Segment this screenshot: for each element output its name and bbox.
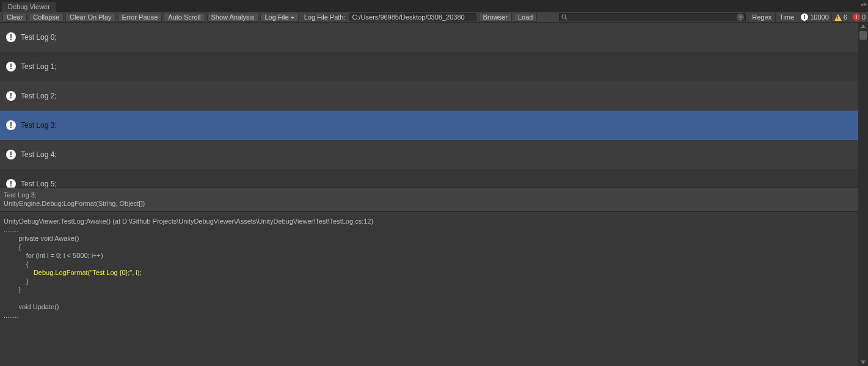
info-icon: ! xyxy=(6,32,16,42)
detail-message: Test Log 3; xyxy=(4,191,864,199)
search-input[interactable]: × xyxy=(559,13,746,21)
info-icon: ! xyxy=(801,13,808,21)
code-line: } xyxy=(4,286,21,293)
log-text: Test Log 1; xyxy=(21,62,57,71)
log-row[interactable]: !Test Log 5; xyxy=(0,169,868,188)
info-icon: ! xyxy=(6,62,16,71)
log-list: !Test Log 0;!Test Log 1;!Test Log 2;!Tes… xyxy=(0,23,868,188)
svg-marker-2 xyxy=(861,24,866,28)
info-count: 10000 xyxy=(810,13,829,21)
detail-body: UnityDebugViewer.TestLog:Awake() (at D:\… xyxy=(0,212,868,324)
scroll-up-icon[interactable] xyxy=(858,23,868,30)
log-row[interactable]: !Test Log 1; xyxy=(0,52,868,81)
code-line: } xyxy=(4,277,28,285)
code-line: private void Awake() xyxy=(4,235,79,242)
tab-bar: Debug Viewer ▪≡ xyxy=(0,0,868,12)
detail-caller: UnityEngine.Debug:LogFormat(String, Obje… xyxy=(4,199,864,208)
svg-marker-3 xyxy=(861,361,866,364)
log-text: Test Log 3; xyxy=(21,121,57,130)
log-row[interactable]: !Test Log 2; xyxy=(0,81,868,111)
code-line: { xyxy=(4,243,21,251)
log-row[interactable]: !Test Log 3; xyxy=(0,111,868,140)
log-row[interactable]: !Test Log 4; xyxy=(0,140,868,169)
info-counter[interactable]: ! 10000 xyxy=(798,13,831,22)
error-counter[interactable]: ! 0 xyxy=(850,13,868,22)
info-icon: ! xyxy=(6,150,16,159)
log-text: Test Log 2; xyxy=(21,92,57,100)
code-line: { xyxy=(4,260,28,268)
collapse-toggle[interactable]: Collapse xyxy=(29,13,64,22)
auto-scroll-toggle[interactable]: Auto Scroll xyxy=(164,13,205,22)
code-dots: ........ xyxy=(4,312,18,319)
detail-header: Test Log 3; UnityEngine.Debug:LogFormat(… xyxy=(0,188,868,212)
log-file-path-label: Log File Path: xyxy=(301,13,349,22)
warning-counter[interactable]: 6 xyxy=(831,13,850,22)
scrollbar[interactable] xyxy=(858,23,868,366)
clear-on-play-toggle[interactable]: Clear On Play xyxy=(65,13,115,22)
tab-menu-icon[interactable]: ▪≡ xyxy=(861,1,867,8)
error-icon: ! xyxy=(853,13,860,21)
log-text: Test Log 4; xyxy=(21,150,57,159)
log-text: Test Log 5; xyxy=(21,180,57,188)
browser-button[interactable]: Browser xyxy=(479,13,512,22)
code-dots: ........ xyxy=(4,226,18,233)
scroll-thumb[interactable] xyxy=(859,31,867,40)
svg-point-0 xyxy=(562,15,566,18)
log-text: Test Log 0; xyxy=(21,33,57,42)
log-file-dropdown[interactable]: Log File ÷ xyxy=(260,13,298,22)
error-pause-toggle[interactable]: Error Pause xyxy=(118,13,162,22)
show-analysis-toggle[interactable]: Show Analysis xyxy=(207,13,259,22)
log-row[interactable]: !Test Log 0; xyxy=(0,23,868,52)
error-count: 0 xyxy=(862,13,866,21)
scroll-down-icon[interactable] xyxy=(858,359,868,366)
log-file-path-input[interactable]: C:/Users/96985/Desktop/0308_20380 xyxy=(349,13,476,21)
code-line-highlight: Debug.LogFormat("Test Log {0};", i); xyxy=(4,269,141,276)
regex-toggle[interactable]: Regex xyxy=(748,13,775,22)
load-button[interactable]: Load xyxy=(514,13,537,22)
stack-line[interactable]: UnityDebugViewer.TestLog:Awake() (at D:\… xyxy=(4,218,373,225)
warning-icon xyxy=(834,14,842,21)
info-icon: ! xyxy=(6,179,16,188)
search-icon xyxy=(561,14,567,20)
code-line: for (int i = 0; i < 5000; i++) xyxy=(4,252,103,259)
warning-count: 6 xyxy=(844,13,847,21)
toolbar: Clear Collapse Clear On Play Error Pause… xyxy=(0,12,868,23)
info-icon: ! xyxy=(6,91,16,101)
search-clear-icon[interactable]: × xyxy=(737,13,744,21)
code-line: void Update() xyxy=(4,303,59,310)
clear-button[interactable]: Clear xyxy=(2,13,27,22)
svg-line-1 xyxy=(566,18,567,20)
search-field[interactable] xyxy=(567,13,737,21)
tab-debug-viewer[interactable]: Debug Viewer xyxy=(2,2,56,12)
time-toggle[interactable]: Time xyxy=(775,13,798,22)
info-icon: ! xyxy=(6,120,16,130)
